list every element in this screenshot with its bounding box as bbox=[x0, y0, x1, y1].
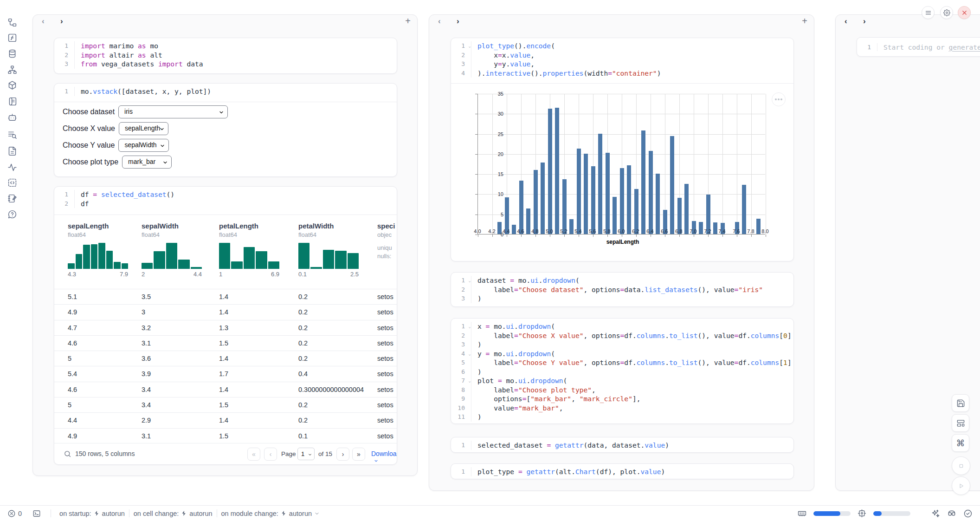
chart-bar[interactable] bbox=[534, 170, 538, 234]
chart-bar[interactable] bbox=[670, 136, 674, 234]
chart-bar[interactable] bbox=[656, 174, 660, 234]
dataframe-cell[interactable]: 1df = selected_dataset()2df sepalLengthf… bbox=[54, 186, 397, 465]
code-line[interactable]: 3) bbox=[451, 340, 793, 349]
chart-bar[interactable] bbox=[584, 154, 588, 234]
column-header-petalWidth[interactable]: petalWidthfloat640.12.5 bbox=[298, 222, 359, 278]
runtime-config-1[interactable]: on startup:autorun bbox=[59, 510, 125, 517]
code-line[interactable]: 9 options=["mark_bar", "mark_circle"], bbox=[451, 394, 793, 404]
code-line[interactable]: 3 y=y.value, bbox=[451, 59, 793, 69]
sidebar-function-icon[interactable] bbox=[6, 32, 18, 44]
table-row[interactable]: 4.73.21.30.2setos bbox=[54, 320, 397, 335]
error-indicator[interactable]: 0 bbox=[7, 509, 22, 518]
scratchpad-editor[interactable]: 1 Start coding or generate with bbox=[857, 37, 980, 57]
chart-bar[interactable] bbox=[612, 197, 617, 234]
sidebar-notebook-pen-icon[interactable] bbox=[6, 192, 18, 204]
chart-bar[interactable] bbox=[649, 151, 653, 234]
chart-bar[interactable] bbox=[569, 219, 574, 234]
chart-bar[interactable] bbox=[742, 185, 746, 234]
fold-chevron-icon[interactable]: ⌄ bbox=[469, 322, 471, 332]
sidebar-scroll-icon[interactable] bbox=[6, 95, 18, 107]
chart-bar[interactable] bbox=[512, 225, 516, 234]
chart-bar[interactable] bbox=[756, 219, 761, 234]
table-search-button[interactable] bbox=[64, 450, 71, 458]
fold-chevron-icon[interactable]: ⌄ bbox=[469, 377, 471, 386]
dropdown-choose-plot-type[interactable]: mark_bar bbox=[122, 156, 172, 169]
first-page-button[interactable]: « bbox=[247, 448, 260, 461]
xy-plot-dropdowns-cell[interactable]: 1⌄x = mo.ui.dropdown(2 label="Choose X v… bbox=[451, 318, 794, 424]
runtime-config-3[interactable]: on module change:autorun bbox=[221, 510, 320, 517]
code-line[interactable]: 2import altair as alt bbox=[54, 51, 397, 60]
column-header-sepalLength[interactable]: sepalLengthfloat644.37.9 bbox=[68, 222, 128, 278]
last-page-button[interactable]: » bbox=[352, 448, 365, 461]
imports-cell[interactable]: 1import marimo as mo2import altair as al… bbox=[54, 38, 397, 74]
code-line[interactable]: 10 value="mark_bar", bbox=[451, 404, 793, 413]
chart-cell[interactable]: 1⌄plot_type().encode(2 x=x.value,3 y=y.v… bbox=[451, 38, 794, 261]
copilot-icon[interactable] bbox=[947, 509, 956, 518]
table-row[interactable]: 53.41.50.2setos bbox=[54, 397, 397, 412]
chart-bar[interactable] bbox=[699, 222, 703, 234]
code-line[interactable]: 4⌄y = mo.ui.dropdown( bbox=[451, 349, 793, 358]
sidebar-file-tree-icon[interactable] bbox=[6, 16, 18, 28]
sidebar-activity-icon[interactable] bbox=[6, 161, 18, 173]
code-line[interactable]: 1selected_dataset = getattr(data, datase… bbox=[451, 441, 793, 450]
sidebar-network-icon[interactable] bbox=[6, 64, 18, 76]
code-line[interactable]: 2 label="Choose dataset", options=data.l… bbox=[451, 285, 793, 294]
table-row[interactable]: 4.42.91.40.2setos bbox=[54, 412, 397, 428]
code-line[interactable]: 2 x=x.value, bbox=[451, 51, 793, 60]
code-line[interactable]: 1plot_type = getattr(alt.Chart(df), plot… bbox=[451, 467, 793, 476]
sidebar-database-icon[interactable] bbox=[6, 47, 18, 59]
chart-bar[interactable] bbox=[620, 168, 624, 234]
sidebar-package-icon[interactable] bbox=[6, 79, 18, 91]
code-line[interactable]: 4).interactive().properties(width="conta… bbox=[451, 69, 793, 78]
fold-chevron-icon[interactable]: ⌄ bbox=[469, 42, 471, 51]
chart-bar[interactable] bbox=[684, 184, 689, 234]
chart-bar[interactable] bbox=[598, 134, 602, 234]
sidebar-help-icon[interactable] bbox=[6, 208, 18, 220]
run-status-icon[interactable] bbox=[963, 509, 973, 518]
code-line[interactable]: 7⌄plot = mo.ui.dropdown( bbox=[451, 376, 793, 385]
code-line[interactable]: 11) bbox=[451, 412, 793, 422]
chart-bar[interactable] bbox=[641, 130, 645, 234]
code-line[interactable]: 2 label="Choose X value", options=df.col… bbox=[451, 331, 793, 340]
code-line[interactable]: 8 label="Choose plot type", bbox=[451, 385, 793, 395]
code-line[interactable]: 1mo.vstack([dataset, x, y, plot]) bbox=[54, 87, 397, 96]
table-row[interactable]: 53.61.40.2setos bbox=[54, 351, 397, 366]
column-header-petalLength[interactable]: petalLengthfloat6416.9 bbox=[219, 222, 279, 278]
chart-bar[interactable] bbox=[526, 208, 530, 234]
ai-sparkles-icon[interactable] bbox=[931, 509, 940, 518]
chart-bar[interactable] bbox=[713, 222, 717, 234]
scratchpad-back-button[interactable]: ‹ bbox=[845, 17, 847, 26]
table-row[interactable]: 4.63.11.50.2setos bbox=[54, 335, 397, 351]
column-header-sepalWidth[interactable]: sepalWidthfloat6424.4 bbox=[142, 222, 202, 278]
table-row[interactable]: 5.13.51.40.2setos bbox=[54, 289, 397, 304]
next-page-button[interactable]: › bbox=[336, 448, 349, 461]
terminal-button[interactable] bbox=[32, 509, 41, 518]
sidebar-code-snippet-icon[interactable] bbox=[6, 176, 18, 189]
chart-bar[interactable] bbox=[555, 108, 559, 234]
fold-chevron-icon[interactable]: ⌄ bbox=[469, 350, 471, 359]
column-forward-button[interactable]: › bbox=[457, 17, 459, 26]
chart-bar[interactable] bbox=[519, 181, 523, 234]
chart-menu-button[interactable] bbox=[772, 92, 786, 106]
code-line[interactable]: 1⌄dataset = mo.ui.dropdown( bbox=[451, 276, 793, 285]
scratchpad-forward-button[interactable]: › bbox=[863, 17, 866, 26]
chart-bar[interactable] bbox=[606, 153, 610, 234]
menu-button[interactable] bbox=[922, 6, 935, 19]
code-line[interactable]: 5 label="Choose Y value", options=df.col… bbox=[451, 358, 793, 367]
chart-bar[interactable] bbox=[562, 179, 567, 234]
fold-chevron-icon[interactable]: ⌄ bbox=[469, 276, 471, 286]
generate-link[interactable]: generate bbox=[949, 43, 980, 51]
chart-bar[interactable] bbox=[627, 165, 631, 234]
sidebar-document-icon[interactable] bbox=[6, 145, 18, 157]
sidebar-list-search-icon[interactable] bbox=[6, 129, 18, 141]
dropdown-choose-dataset[interactable]: iris bbox=[118, 105, 228, 118]
column-back-button[interactable]: ‹ bbox=[42, 17, 45, 26]
table-row[interactable]: 5.43.91.70.4setos bbox=[54, 366, 397, 381]
runtime-config-2[interactable]: on cell change:autorun bbox=[134, 510, 213, 517]
code-line[interactable]: 1⌄x = mo.ui.dropdown( bbox=[451, 322, 793, 331]
sidebar-bot-chat-icon[interactable] bbox=[6, 111, 18, 124]
chart-bar[interactable] bbox=[548, 109, 552, 234]
dataset-dropdown-cell[interactable]: 1⌄dataset = mo.ui.dropdown(2 label="Choo… bbox=[451, 272, 794, 307]
table-row[interactable]: 4.931.40.2setos bbox=[54, 304, 397, 319]
save-button[interactable] bbox=[952, 394, 969, 412]
